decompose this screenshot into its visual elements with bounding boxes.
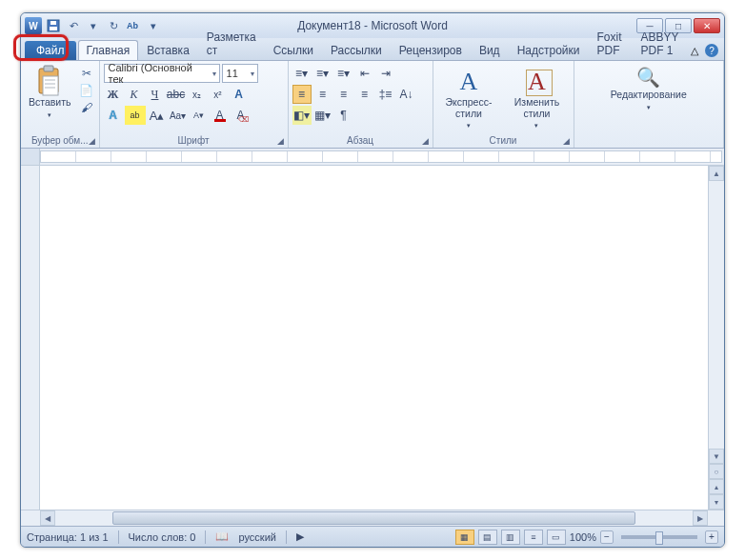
zoom-slider[interactable]: [621, 535, 697, 539]
font-color-button[interactable]: A: [211, 106, 230, 125]
grow-font-button[interactable]: A▴: [148, 106, 167, 125]
editing-button[interactable]: 🔍 Редактирование▾: [607, 64, 691, 113]
word-count-status[interactable]: Число слов: 0: [129, 531, 196, 543]
bold-button[interactable]: Ж: [104, 85, 123, 104]
scroll-left-icon[interactable]: ◀: [40, 510, 55, 526]
zoom-out-button[interactable]: −: [600, 530, 614, 544]
zoom-in-button[interactable]: +: [705, 530, 718, 544]
file-tab[interactable]: Файл: [25, 41, 76, 60]
format-painter-icon[interactable]: 🖌: [78, 100, 95, 115]
print-layout-view-button[interactable]: ▦: [455, 530, 474, 545]
browse-object-icon[interactable]: ○: [709, 464, 724, 479]
copy-icon[interactable]: 📄: [78, 83, 95, 98]
quick-styles-button[interactable]: A Экспресс-стили▾: [437, 66, 501, 132]
paragraph-launcher-icon[interactable]: ◢: [422, 136, 429, 146]
subscript-button[interactable]: x₂: [188, 85, 207, 104]
cut-icon[interactable]: ✂: [78, 66, 95, 81]
strikethrough-button[interactable]: abc: [167, 85, 186, 104]
scroll-up-icon[interactable]: ▲: [709, 166, 724, 181]
group-clipboard: Вставить▾ ✂ 📄 🖌 Буфер обм...◢: [21, 61, 100, 148]
hscroll-thumb[interactable]: [112, 511, 635, 525]
fullscreen-view-button[interactable]: ▤: [478, 530, 497, 545]
justify-button[interactable]: ≡: [355, 85, 374, 104]
tab-insert[interactable]: Вставка: [138, 40, 198, 60]
italic-button[interactable]: К: [125, 85, 144, 104]
scroll-down-icon[interactable]: ▼: [709, 449, 724, 464]
tab-view[interactable]: Вид: [471, 40, 509, 60]
redo-icon[interactable]: ↻: [105, 17, 122, 34]
horizontal-scrollbar[interactable]: ◀ ▶: [21, 510, 724, 526]
font-name-combo[interactable]: Calibri (Основной тек: [104, 64, 220, 83]
vertical-scrollbar[interactable]: ▲ ▼ ○ ▴ ▾: [708, 166, 724, 510]
prev-page-icon[interactable]: ▴: [709, 479, 724, 494]
tab-home[interactable]: Главная: [78, 40, 139, 60]
horizontal-ruler[interactable]: [21, 149, 724, 166]
qat-dropdown-icon[interactable]: ▾: [145, 17, 162, 34]
superscript-button[interactable]: x²: [209, 85, 228, 104]
next-page-icon[interactable]: ▾: [709, 494, 724, 510]
shading-button[interactable]: ◧▾: [292, 106, 312, 125]
styles-icon: A: [460, 68, 478, 96]
page-status[interactable]: Страница: 1 из 1: [27, 531, 109, 543]
change-styles-icon: A: [528, 68, 546, 96]
quick-access-toolbar: W ↶ ▾ ↻ Ab ▾: [25, 17, 162, 34]
align-center-button[interactable]: ≡: [313, 85, 332, 104]
increase-indent-button[interactable]: ⇥: [376, 64, 395, 83]
change-styles-button[interactable]: A Изменить стили▾: [504, 66, 569, 132]
decrease-indent-button[interactable]: ⇤: [355, 64, 374, 83]
minimize-ribbon-icon[interactable]: △: [688, 44, 701, 57]
web-view-button[interactable]: ▥: [501, 530, 520, 545]
scroll-right-icon[interactable]: ▶: [693, 510, 708, 526]
tab-addins[interactable]: Надстройки: [509, 40, 589, 60]
clipboard-launcher-icon[interactable]: ◢: [89, 136, 95, 146]
text-outline-button[interactable]: A: [104, 106, 123, 125]
tab-layout[interactable]: Разметка ст: [198, 27, 265, 60]
find-replace-icon[interactable]: Ab: [125, 17, 142, 34]
vertical-ruler[interactable]: [21, 166, 40, 510]
close-button[interactable]: ✕: [694, 18, 720, 33]
bullets-button[interactable]: ≡▾: [292, 64, 312, 83]
show-marks-button[interactable]: ¶: [334, 106, 353, 125]
word-window: W ↶ ▾ ↻ Ab ▾ Документ18 - Microsoft Word…: [20, 12, 725, 548]
paste-button[interactable]: Вставить▾: [25, 64, 75, 121]
document-page[interactable]: [40, 166, 708, 510]
change-case-button[interactable]: Aa▾: [169, 106, 188, 125]
clear-formatting-button[interactable]: A⌫: [232, 106, 251, 125]
help-icon[interactable]: ?: [705, 44, 718, 57]
sort-button[interactable]: A↓: [397, 85, 416, 104]
line-spacing-button[interactable]: ‡≡: [376, 85, 395, 104]
tab-foxit[interactable]: Foxit PDF: [588, 27, 632, 60]
font-size-combo[interactable]: 11: [222, 64, 258, 83]
group-font: Calibri (Основной тек 11 Ж К Ч abc x₂ x²…: [100, 61, 289, 148]
macro-status-icon[interactable]: ▶: [296, 530, 304, 543]
vscroll-track[interactable]: [709, 181, 724, 449]
borders-button[interactable]: ▦▾: [313, 106, 332, 125]
tab-mailings[interactable]: Рассылки: [322, 40, 391, 60]
word-app-icon[interactable]: W: [25, 17, 42, 34]
styles-group-label: Стили◢: [437, 134, 570, 146]
numbering-button[interactable]: ≡▾: [313, 64, 332, 83]
zoom-level[interactable]: 100%: [570, 531, 596, 543]
outline-view-button[interactable]: ≡: [524, 530, 543, 545]
underline-button[interactable]: Ч: [146, 85, 165, 104]
styles-launcher-icon[interactable]: ◢: [563, 136, 570, 146]
language-status[interactable]: русский: [238, 531, 275, 543]
font-launcher-icon[interactable]: ◢: [277, 136, 284, 146]
svg-rect-6: [43, 76, 58, 95]
tab-review[interactable]: Рецензиров: [391, 40, 471, 60]
ruler-scale[interactable]: [40, 150, 722, 163]
align-right-button[interactable]: ≡: [334, 85, 353, 104]
status-separator: [118, 530, 119, 544]
hscroll-track[interactable]: [55, 510, 693, 526]
save-icon[interactable]: [45, 17, 62, 34]
text-effects-button[interactable]: A: [230, 85, 249, 104]
multilevel-button[interactable]: ≡▾: [334, 64, 353, 83]
tab-abbyy[interactable]: ABBYY PDF 1: [632, 27, 688, 60]
tab-references[interactable]: Ссылки: [265, 40, 322, 60]
align-left-button[interactable]: ≡: [292, 85, 312, 104]
undo-icon[interactable]: ↶: [65, 17, 82, 34]
draft-view-button[interactable]: ▭: [547, 530, 566, 545]
proofing-icon[interactable]: 📖: [215, 530, 229, 543]
highlight-button[interactable]: [125, 106, 146, 125]
shrink-font-button[interactable]: A▾: [190, 106, 209, 125]
